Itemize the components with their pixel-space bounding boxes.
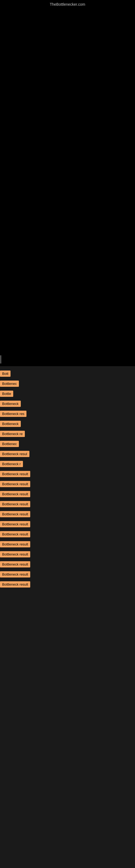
bottleneck-result-label: Bottleneck result bbox=[0, 471, 30, 477]
list-item: Bott bbox=[0, 369, 135, 378]
bottleneck-result-label: Bottleneck result bbox=[0, 521, 30, 527]
list-item: Bottle bbox=[0, 389, 135, 399]
list-item: Bottleneck result bbox=[0, 569, 135, 579]
bottleneck-result-label: Bottle bbox=[0, 391, 13, 397]
list-item: Bottleneck result bbox=[0, 529, 135, 539]
bottleneck-result-label: Bottleneck result bbox=[0, 491, 30, 497]
list-item: Bottleneck r bbox=[0, 459, 135, 469]
list-item: Bottleneck result bbox=[0, 499, 135, 509]
list-item: Bottleneck resul bbox=[0, 449, 135, 459]
list-item: Bottleneck result bbox=[0, 479, 135, 489]
bottleneck-result-label: Bottleneck result bbox=[0, 481, 30, 487]
bottleneck-result-label: Bott bbox=[0, 371, 10, 377]
bottleneck-result-label: Bottleneck result bbox=[0, 561, 30, 567]
bottleneck-result-label: Bottleneck bbox=[0, 401, 21, 407]
bottleneck-result-label: Bottleneck resul bbox=[0, 451, 30, 457]
bottleneck-result-label: Bottleneck result bbox=[0, 541, 30, 547]
bottleneck-result-label: Bottleneck result bbox=[0, 551, 30, 557]
bottleneck-result-label: Bottleneck result bbox=[0, 501, 30, 507]
bottleneck-result-label: Bottleneck result bbox=[0, 571, 30, 578]
bottleneck-items-container: BottBottlenecBottleBottleneckBottleneck … bbox=[0, 369, 135, 590]
list-item: Bottleneck bbox=[0, 399, 135, 408]
bottleneck-result-label: Bottleneck result bbox=[0, 581, 30, 588]
bottleneck-result-label: Bottleneck re bbox=[0, 431, 25, 437]
bottleneck-result-label: Bottleneck result bbox=[0, 511, 30, 517]
bottleneck-result-label: Bottleneck bbox=[0, 421, 21, 427]
list-item: Bottleneck res bbox=[0, 409, 135, 418]
cursor-line bbox=[1, 355, 1, 364]
bottleneck-result-label: Bottlenec bbox=[0, 441, 19, 447]
list-item: Bottleneck bbox=[0, 419, 135, 429]
bottleneck-result-label: Bottleneck result bbox=[0, 531, 30, 537]
bottleneck-result-label: Bottleneck res bbox=[0, 411, 27, 417]
list-item: Bottleneck result bbox=[0, 560, 135, 569]
list-item: Bottleneck result bbox=[0, 550, 135, 559]
list-item: Bottlenec bbox=[0, 379, 135, 389]
bottleneck-result-label: Bottleneck r bbox=[0, 461, 23, 467]
list-item: Bottleneck result bbox=[0, 520, 135, 529]
list-item: Bottleneck result bbox=[0, 580, 135, 589]
list-item: Bottleneck result bbox=[0, 469, 135, 479]
site-title: TheBottlenecker.com bbox=[50, 2, 85, 6]
list-item: Bottleneck result bbox=[0, 489, 135, 499]
list-item: Bottleneck result bbox=[0, 509, 135, 519]
black-background-area bbox=[0, 0, 135, 366]
list-item: Bottleneck result bbox=[0, 539, 135, 549]
list-item: Bottleneck re bbox=[0, 429, 135, 439]
list-item: Bottlenec bbox=[0, 439, 135, 448]
bottleneck-result-label: Bottlenec bbox=[0, 380, 19, 387]
